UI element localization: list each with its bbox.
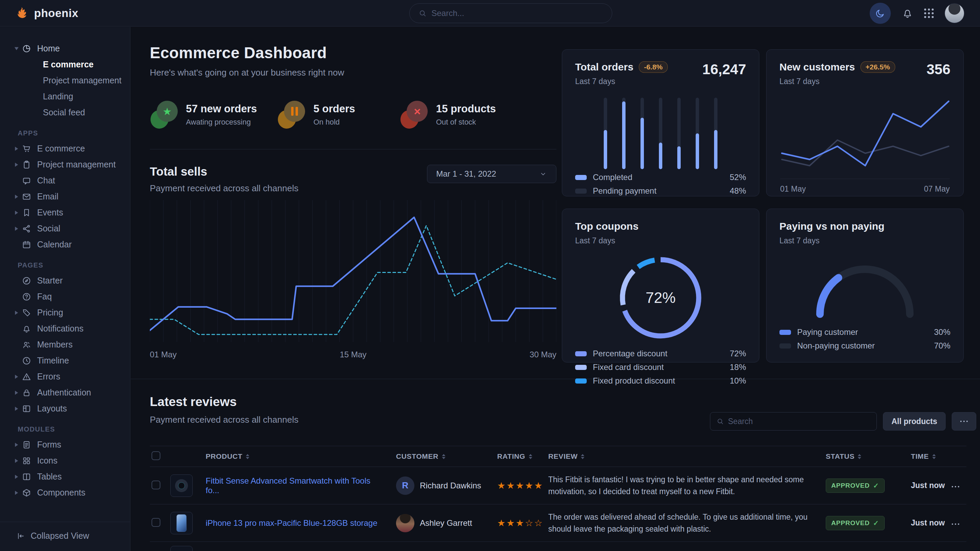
table-row: Fitbit Sense Advanced Smartwatch with To…: [150, 467, 966, 504]
sidebar-item-home-ecommerce[interactable]: E commerce: [15, 57, 130, 73]
row-checkbox[interactable]: [151, 481, 161, 489]
column-header-status[interactable]: STATUS: [826, 452, 911, 460]
cart-icon: [22, 144, 31, 154]
caret-right-icon: [15, 475, 22, 479]
search-icon: [418, 9, 427, 17]
navbar-actions: [870, 3, 964, 24]
sidebar-item-tables[interactable]: Tables: [15, 468, 130, 484]
product-thumbnail-smartwatch[interactable]: [170, 475, 193, 497]
sidebar-item-home[interactable]: Home: [15, 41, 130, 57]
global-search[interactable]: [409, 3, 612, 23]
sidebar-item-ecommerce[interactable]: E commerce: [15, 141, 130, 157]
brand[interactable]: phoenix: [16, 6, 78, 20]
question-circle-icon: [22, 292, 31, 302]
rating-stars: ★★★★★: [497, 481, 544, 491]
compass-icon: [22, 276, 31, 286]
sidebar-item-timeline[interactable]: Timeline: [15, 353, 130, 368]
stat-out-of-stock: × 15 productsOut of stock: [400, 100, 502, 129]
review-time: Just now: [911, 518, 945, 527]
pie-chart-icon: [22, 44, 31, 54]
caret-down-icon: [15, 47, 22, 51]
change-badge: -6.8%: [639, 61, 668, 73]
sidebar-item-home-social-feed[interactable]: Social feed: [15, 105, 130, 121]
sidebar: Home E commerce Project management Landi…: [0, 27, 130, 551]
quick-stats: ★ 57 new ordersAwating processing 5 orde…: [150, 100, 557, 149]
sidebar-item-chat[interactable]: Chat: [15, 173, 130, 189]
column-header-time[interactable]: TIME: [911, 452, 952, 460]
sidebar-item-calendar[interactable]: Calendar: [15, 237, 130, 252]
select-all-checkbox[interactable]: [151, 451, 161, 460]
collapsed-view-toggle[interactable]: Collapsed View: [0, 522, 130, 551]
product-link[interactable]: iPhone 13 pro max-Pacific Blue-128GB sto…: [206, 518, 396, 528]
sidebar-item-starter[interactable]: Starter: [15, 273, 130, 289]
product-thumbnail-iphone[interactable]: [170, 512, 193, 534]
sidebar-item-members[interactable]: Members: [15, 337, 130, 353]
ellipsis-icon: [960, 421, 968, 422]
reviews-more-button[interactable]: [952, 412, 976, 430]
sidebar-group-modules: MODULES: [15, 426, 130, 433]
user-avatar[interactable]: [945, 3, 964, 23]
reviews-search[interactable]: [710, 412, 877, 430]
top-coupons-card: Top coupons Last 7 days 72% Percentage d…: [562, 209, 759, 362]
row-actions-button[interactable]: [952, 521, 959, 526]
row-checkbox[interactable]: [151, 518, 161, 527]
notifications-button[interactable]: [902, 8, 913, 19]
mail-icon: [22, 192, 31, 202]
ecommerce-dashboard-page: phoenix Home E commerce Project manageme…: [0, 0, 980, 551]
all-products-filter-button[interactable]: All products: [883, 412, 946, 430]
share-icon: [22, 224, 31, 233]
sidebar-item-social[interactable]: Social: [15, 221, 130, 237]
ellipsis-icon: [952, 524, 959, 525]
caret-right-icon: [15, 443, 22, 447]
sidebar-item-errors[interactable]: Errors: [15, 368, 130, 384]
global-search-input[interactable]: [431, 8, 603, 18]
sidebar-item-layouts[interactable]: Layouts: [15, 400, 130, 416]
date-range-select[interactable]: Mar 1 - 31, 2022: [427, 165, 557, 183]
sidebar-item-email[interactable]: Email: [15, 189, 130, 205]
clock-icon: [22, 356, 31, 365]
sidebar-item-home-landing[interactable]: Landing: [15, 89, 130, 105]
column-header-rating[interactable]: RATING: [497, 452, 548, 460]
sidebar-item-components[interactable]: Components: [15, 484, 130, 501]
sort-icon: [932, 454, 936, 459]
column-header-review[interactable]: REVIEW: [548, 452, 826, 460]
total-orders-value: 16,247: [703, 61, 746, 78]
sort-icon: [581, 454, 584, 459]
column-header-product[interactable]: PRODUCT: [206, 452, 396, 460]
customer-avatar[interactable]: [396, 514, 414, 532]
caret-right-icon: [15, 375, 22, 379]
grid-4-icon: [22, 456, 31, 465]
document-icon: [22, 440, 31, 449]
caret-right-icon: [15, 227, 22, 231]
paying-gauge-chart: [810, 259, 920, 320]
users-icon: [22, 340, 31, 349]
sidebar-item-home-project-management[interactable]: Project management: [15, 73, 130, 89]
page-title: Ecommerce Dashboard: [150, 44, 344, 62]
sidebar-item-forms[interactable]: Forms: [15, 437, 130, 453]
sidebar-item-pricing[interactable]: Pricing: [15, 305, 130, 321]
row-actions-button[interactable]: [952, 483, 959, 488]
clipboard-icon: [22, 160, 31, 170]
reviews-search-input[interactable]: [728, 417, 870, 426]
card-period: Last 7 days: [780, 77, 895, 86]
theme-toggle-button[interactable]: [870, 3, 891, 24]
apps-grid-button[interactable]: [924, 8, 934, 18]
page-header: Ecommerce Dashboard Here's what's going …: [150, 44, 344, 78]
sidebar-item-icons[interactable]: Icons: [15, 453, 130, 468]
card-title: New customers: [780, 61, 855, 73]
sidebar-item-authentication[interactable]: Authentication: [15, 384, 130, 400]
sidebar-item-events[interactable]: Events: [15, 205, 130, 221]
sidebar-item-project-management[interactable]: Project management: [15, 157, 130, 173]
sidebar-item-faq[interactable]: Faq: [15, 289, 130, 305]
rating-stars: ★★★☆☆: [497, 518, 544, 528]
sort-icon: [246, 454, 249, 459]
column-header-customer[interactable]: CUSTOMER: [396, 452, 497, 460]
product-link[interactable]: Fitbit Sense Advanced Smartwatch with To…: [206, 476, 396, 495]
table-icon: [22, 472, 31, 481]
review-text: The order was delivered ahead of schedul…: [548, 511, 826, 535]
review-time: Just now: [911, 481, 945, 490]
caret-right-icon: [15, 407, 22, 411]
sidebar-item-notifications[interactable]: Notifications: [15, 321, 130, 337]
product-thumbnail[interactable]: [170, 546, 193, 551]
customer-avatar[interactable]: R: [396, 476, 414, 495]
